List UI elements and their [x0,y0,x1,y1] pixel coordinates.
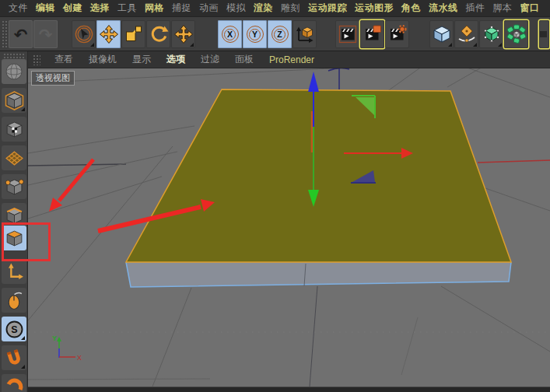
subdivision-surface-button[interactable] [479,20,503,48]
axis-lock-x-button[interactable]: X [218,20,242,48]
world-x-axis-line [478,160,550,163]
recent-tool[interactable] [171,20,195,48]
world-z-axis-line [328,68,349,89]
menu-item-select[interactable]: 选择 [86,2,114,15]
model-mode-icon [5,91,24,110]
menu-item-animate[interactable]: 动画 [195,2,222,15]
render-view-button[interactable] [335,20,359,48]
make-editable-button[interactable] [2,59,26,84]
menu-item-tools[interactable]: 工具 [114,2,141,15]
edges-mode-button[interactable] [2,203,26,228]
texture-mode-button[interactable] [2,117,26,142]
transform-tools-group [72,20,195,48]
recent-tool-icon [173,24,194,44]
coordinate-system-icon [295,24,315,44]
viewport-solo-button[interactable] [2,288,26,313]
viewport-menu-panel[interactable]: 面板 [227,53,261,66]
menu-item-pipeline[interactable]: 流水线 [425,2,462,15]
viewport-menu-grip[interactable] [33,54,40,65]
subdivision-surface-icon [482,24,502,44]
hidden-partial-tool[interactable] [539,20,549,48]
menu-item-file[interactable]: 文件 [5,2,32,15]
mode-sidebar: S [0,51,28,392]
toolbar-grip[interactable] [2,20,8,48]
coordinate-system-button[interactable] [293,20,317,48]
snap-s-label: S [11,324,17,334]
pen-spline-icon [457,24,477,44]
plane-object[interactable] [126,89,511,287]
snap-s-button[interactable]: S [2,317,26,341]
polygons-mode-button[interactable] [2,226,26,250]
rotate-tool[interactable] [146,20,170,48]
render-to-picture-viewer-button[interactable] [360,20,384,48]
viewport-bottom-bar [28,387,550,392]
menu-item-render[interactable]: 渲染 [250,2,277,15]
menu-item-character[interactable]: 角色 [398,2,425,15]
object-tools-group [429,20,549,48]
viewport-scene[interactable]: Y X [28,68,550,387]
menu-item-simulate[interactable]: 模拟 [222,2,250,15]
axis-z-label: Z [277,30,282,39]
points-mode-button[interactable] [2,174,26,199]
live-selection-icon [74,24,94,44]
viewport-menu-bar: 查看 摄像机 显示 选项 过滤 面板 ProRender [28,51,550,68]
enable-snap-button[interactable] [2,345,26,370]
hidden-partial-icon [539,24,549,44]
viewport-menu-options[interactable]: 选项 [159,53,193,66]
menu-item-mograph[interactable]: 运动图形 [351,2,398,15]
make-editable-icon [4,61,24,82]
workplane-mode-button[interactable] [2,145,26,170]
menu-item-snap[interactable]: 捕捉 [168,2,195,15]
axis-y-label: Y [252,30,257,39]
axis-x-label: X [227,30,233,39]
move-icon [99,24,119,44]
enable-axis-button[interactable] [2,259,26,284]
menu-item-window[interactable]: 窗口 [517,2,544,15]
scale-tool[interactable] [121,20,145,48]
menu-item-sculpt[interactable]: 雕刻 [277,2,304,15]
snap-s-icon: S [5,320,24,339]
render-view-icon [338,24,358,44]
menu-item-mesh[interactable]: 网格 [141,2,168,15]
pen-spline-button[interactable] [454,20,478,48]
cloner-button[interactable] [504,20,528,48]
edges-mode-icon [5,206,24,226]
polygons-mode-icon [5,229,24,248]
gizmo-z-arrowhead[interactable] [308,72,319,92]
redo-button[interactable]: ↷ [33,20,58,48]
axis-lock-z-button[interactable]: Z [268,20,292,48]
undo-icon: ↶ [14,26,28,43]
undo-button[interactable]: ↶ [9,20,33,48]
menu-item-create[interactable]: 创建 [59,2,86,15]
menu-item-plugins[interactable]: 插件 [462,2,489,15]
cloner-icon [506,24,527,44]
points-mode-icon [5,177,24,197]
hud-y-label: Y [52,334,57,342]
plane-top-face[interactable] [126,89,511,262]
move-tool[interactable] [96,20,121,48]
plane-front-face[interactable] [126,262,511,287]
view-label[interactable]: 透视视图 [31,71,75,86]
live-selection-tool[interactable] [72,20,96,48]
axis-lock-y-button[interactable]: Y [243,20,267,48]
menu-item-script[interactable]: 脚本 [489,2,517,15]
viewport-menu-display[interactable]: 显示 [124,53,159,66]
menu-item-motion-tracker[interactable]: 运动跟踪 [304,2,351,15]
undo-redo-group: ↶ ↷ [9,20,58,48]
viewport-menu-filter[interactable]: 过滤 [193,53,227,66]
render-picture-viewer-icon [363,24,383,44]
primitive-cube-icon [432,24,452,44]
x-ring-icon: X [222,26,239,43]
menu-bar: 文件 编辑 创建 选择 工具 网格 捕捉 动画 模拟 渲染 雕刻 运动跟踪 运动… [0,0,550,17]
model-mode-button[interactable] [2,88,26,113]
partial-bottom-tool[interactable] [2,374,26,392]
menu-item-edit[interactable]: 编辑 [32,2,59,15]
viewport-menu-view[interactable]: 查看 [47,53,81,66]
enable-axis-icon [5,262,24,282]
viewport-menu-cameras[interactable]: 摄像机 [81,53,124,66]
viewport-menu-prorender[interactable]: ProRender [261,54,322,65]
primitive-cube-button[interactable] [429,20,454,48]
edit-render-settings-button[interactable] [385,20,409,48]
y-ring-icon: Y [247,26,264,43]
axis-hud: Y X [52,334,82,362]
